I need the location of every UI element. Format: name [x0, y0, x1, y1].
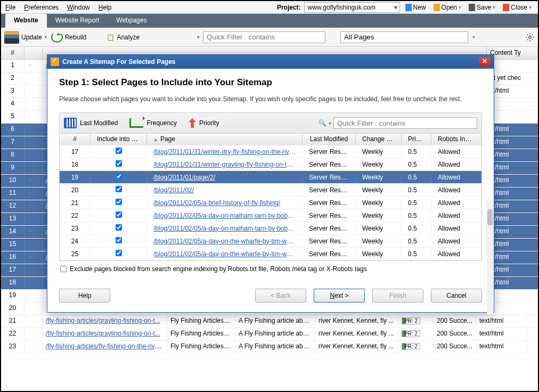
menu-help[interactable]: Help: [99, 4, 112, 11]
save-button[interactable]: Save▾: [467, 3, 497, 12]
create-sitemap-dialog: Create A Sitemap For Selected Pages ✕ St…: [47, 54, 494, 313]
col-link[interactable]: [24, 47, 43, 59]
col-include[interactable]: Include into Site...: [91, 134, 147, 145]
folder-open-icon: [434, 4, 440, 11]
save-icon: [469, 4, 475, 11]
menu-file[interactable]: File: [5, 4, 15, 11]
new-button[interactable]: New: [403, 3, 428, 12]
include-checkbox[interactable]: [116, 148, 122, 154]
menubar: File Preferences Window Help Project: ww…: [1, 1, 538, 14]
col-content-type[interactable]: Content Ty: [487, 47, 538, 59]
exclude-blocked-checkbox[interactable]: [60, 266, 67, 272]
main-tabs: Website Website Report Webpages: [1, 14, 538, 28]
step-heading: Step 1: Select Pages to Include into You…: [59, 77, 482, 88]
tab-report[interactable]: Website Report: [47, 14, 108, 28]
table-row[interactable]: 18/blog/2011/01/31/winter-grayling-fly-f…: [60, 158, 481, 171]
toolbar: Update▾ Rebuild 📋 Analyze ▾ All Pages ▾: [1, 28, 538, 47]
gear-icon[interactable]: [525, 32, 535, 42]
include-checkbox[interactable]: [116, 224, 122, 231]
table-row[interactable]: 23/blog/2011/02/05/a-day-on-malham-tarn-…: [60, 222, 481, 235]
include-checkbox[interactable]: [116, 173, 122, 179]
open-button[interactable]: Open▾: [431, 3, 463, 12]
step-description: Please choose which pages you want to in…: [59, 95, 482, 103]
rebuild-icon: [51, 32, 63, 43]
table-row[interactable]: 25/blog/2011/02/05/a-day-on-the-wharfe-b…: [60, 248, 481, 260]
analyze-button[interactable]: 📋 Analyze: [107, 34, 140, 41]
help-button[interactable]: Help: [59, 289, 110, 303]
table-row[interactable]: 19/blog/2011/01/page/2/Server Respon...W…: [60, 171, 481, 184]
finish-button[interactable]: Finish: [372, 289, 423, 303]
table-scrollbar[interactable]: [487, 201, 493, 315]
project-select[interactable]: www.goflyfishinguk.com: [304, 2, 400, 13]
exclude-label: Exclude pages blocked from search engine…: [70, 265, 367, 273]
file-new-icon: [405, 4, 412, 11]
table-row[interactable]: 23/fly-fishing-articles/fly-fishing-on-t…: [1, 341, 538, 354]
include-checkbox[interactable]: [116, 237, 122, 243]
table-row[interactable]: 20/blog/2011/02/Server Respon...Weekly0.…: [60, 184, 481, 197]
table-row[interactable]: 21/blog/2011/02/05/a-brief-history-of-fl…: [60, 197, 481, 209]
priority-option[interactable]: Priority: [189, 118, 219, 128]
dialog-title: Create A Sitemap For Selected Pages: [62, 58, 176, 66]
project-label: Project:: [277, 4, 301, 11]
table-row[interactable]: 22/fly-fishing-articles/grayling-fishing…: [1, 328, 538, 341]
include-checkbox[interactable]: [116, 211, 122, 218]
col-priority[interactable]: Priority: [402, 134, 431, 145]
update-icon: [4, 31, 19, 44]
quick-filter-input[interactable]: [203, 31, 325, 43]
include-checkbox[interactable]: [116, 250, 122, 256]
cancel-button[interactable]: Cancel: [431, 289, 482, 303]
dialog-filter-input[interactable]: [333, 117, 477, 129]
col-change-freq[interactable]: Change Fre...: [356, 134, 402, 145]
col-num[interactable]: #: [1, 47, 24, 59]
dialog-close-button[interactable]: ✕: [479, 57, 491, 67]
menu-preferences[interactable]: Preferences: [24, 4, 59, 11]
table-row[interactable]: 17/blog/2011/01/31/winter-dry-fly-fishin…: [60, 145, 481, 158]
table-row[interactable]: 22/blog/2011/02/05/a-day-on-malham-tarn-…: [60, 209, 481, 222]
priority-icon: [189, 118, 196, 128]
scroll-thumb[interactable]: [487, 209, 493, 225]
update-button[interactable]: Update▾: [4, 31, 47, 44]
frequency-icon: [129, 118, 143, 128]
last-modified-option[interactable]: Last Modified: [64, 118, 118, 128]
col-last-modified[interactable]: Last Modified: [303, 134, 356, 145]
search-icon[interactable]: 🔍: [318, 119, 326, 127]
all-pages-select[interactable]: All Pages: [340, 31, 468, 43]
calendar-icon: [64, 118, 77, 128]
menu-window[interactable]: Window: [67, 4, 90, 11]
sitemap-pages-table: # Include into Site... ▲Page Last Modifi…: [59, 134, 482, 261]
col-robots[interactable]: Robots Instr...: [431, 134, 481, 145]
table-row[interactable]: 24/blog/2011/02/05/a-day-on-the-wharfe-b…: [60, 235, 481, 248]
table-row[interactable]: 21/fly-fishing-articles/grayling-fishing…: [1, 315, 538, 328]
include-checkbox[interactable]: [116, 199, 122, 205]
back-button[interactable]: < Back: [255, 289, 306, 303]
frequency-option[interactable]: Frequency: [129, 118, 177, 128]
col-page[interactable]: ▲Page: [147, 134, 303, 145]
svg-point-0: [529, 36, 532, 38]
rebuild-button[interactable]: Rebuild: [51, 32, 87, 43]
dialog-titlebar[interactable]: Create A Sitemap For Selected Pages ✕: [47, 55, 494, 69]
next-button[interactable]: Next >: [314, 289, 365, 303]
include-checkbox[interactable]: [116, 186, 122, 192]
close-icon: [503, 4, 509, 11]
tab-webpages[interactable]: Webpages: [108, 14, 155, 28]
close-button[interactable]: Close▾: [501, 3, 534, 12]
col-number[interactable]: #: [60, 134, 91, 145]
sitemap-icon: [51, 58, 59, 66]
tab-website[interactable]: Website: [5, 14, 47, 28]
include-checkbox[interactable]: [116, 160, 122, 167]
filter-dropdown-icon[interactable]: ▾: [197, 34, 200, 40]
